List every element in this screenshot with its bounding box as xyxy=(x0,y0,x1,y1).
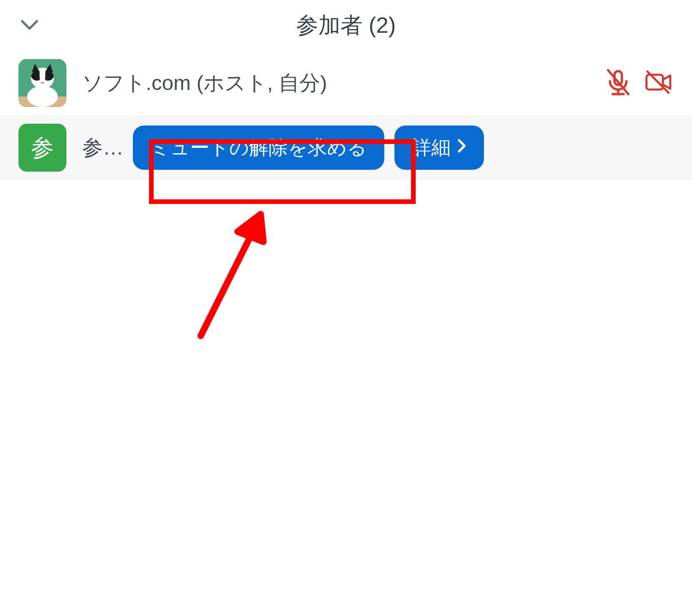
participants-title: 参加者 (2) xyxy=(296,11,396,40)
button-label: 詳細 xyxy=(412,135,451,161)
svg-marker-13 xyxy=(238,214,263,242)
details-button[interactable]: 詳細 xyxy=(394,126,484,170)
svg-line-12 xyxy=(201,225,256,336)
collapse-chevron-icon[interactable] xyxy=(18,16,41,35)
avatar-initial: 参 xyxy=(31,132,54,163)
svg-point-2 xyxy=(27,86,58,107)
participant-row[interactable]: ソフト.com (ホスト, 自分) xyxy=(0,51,692,115)
mic-muted-icon xyxy=(603,67,633,99)
participant-name: ソフト.com (ホスト, 自分) xyxy=(82,69,327,97)
svg-point-4 xyxy=(37,77,40,79)
avatar xyxy=(18,59,66,107)
annotation-arrow-icon xyxy=(182,197,284,347)
ask-unmute-button[interactable]: ミュートの解除を求める xyxy=(133,126,384,170)
svg-point-5 xyxy=(45,77,48,79)
participants-panel: 参加者 (2) ソフト.com (ホスト, 自分) xyxy=(0,0,692,180)
participants-header: 参加者 (2) xyxy=(0,0,692,51)
video-off-icon xyxy=(644,67,674,99)
avatar: 参 xyxy=(18,124,66,172)
button-label: ミュートの解除を求める xyxy=(150,135,367,161)
participant-row[interactable]: 参 参… ミュートの解除を求める 詳細 xyxy=(0,115,692,180)
svg-rect-10 xyxy=(646,75,663,90)
status-icons xyxy=(603,67,674,99)
chevron-right-icon xyxy=(457,138,466,157)
participant-name: 参… xyxy=(82,134,124,161)
